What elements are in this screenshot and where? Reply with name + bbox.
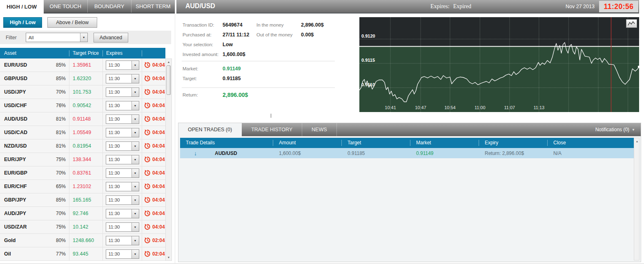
tab-boundary[interactable]: BOUNDARY <box>88 0 131 13</box>
expiry-select[interactable]: 11:30▼ <box>106 209 139 218</box>
expiry-select[interactable]: 11:30▼ <box>106 74 139 83</box>
asset-name: GBP/USD <box>0 72 48 85</box>
expiry-select[interactable]: 11:30▼ <box>106 249 139 259</box>
svg-text:10:54: 10:54 <box>444 105 456 110</box>
asset-row[interactable]: USD/JPY70%101.75311:30▼04:04 <box>0 85 165 99</box>
trades-scrollbar[interactable]: ▲ <box>634 138 640 260</box>
expiry-select[interactable]: 11:30▼ <box>106 88 139 97</box>
asset-row[interactable]: EUR/GBP70%0.8376111:30▼04:04 <box>0 166 165 180</box>
notifications-dropdown[interactable]: Notifications (0)▼ <box>595 123 635 136</box>
countdown-clock-icon <box>144 224 151 230</box>
asset-row[interactable]: AUD/JPY70%92.74611:30▼04:04 <box>0 207 165 220</box>
scroll-down-icon[interactable]: ▼ <box>166 255 171 260</box>
chevron-down-icon[interactable]: ▼ <box>80 33 87 42</box>
expiry-select-cell: 11:30▼ <box>103 126 142 139</box>
trade-amount: 1,600.00$ <box>273 150 342 156</box>
chevron-down-icon[interactable]: ▼ <box>131 142 139 150</box>
asset-row[interactable]: GBP/JPY85%165.16511:30▼04:04 <box>0 193 165 207</box>
filter-select[interactable]: All ▼ <box>26 33 88 42</box>
col-close: Close <box>548 140 634 146</box>
target-label: Target: <box>183 76 197 81</box>
expiry-select[interactable]: 11:30▼ <box>106 182 139 191</box>
asset-row[interactable]: GBP/USD85%1.6232011:30▼04:04 <box>0 72 165 85</box>
countdown-cell: 04:04 <box>142 180 165 193</box>
high-low-button[interactable]: High / Low <box>3 17 42 28</box>
asset-name: NZD/USD <box>0 139 48 153</box>
expiry-select[interactable]: 11:30▼ <box>106 195 139 205</box>
asset-payout: 81% <box>48 139 69 153</box>
trade-details-cell: ↓AUD/USD <box>180 150 273 156</box>
chevron-down-icon[interactable]: ▼ <box>131 128 139 137</box>
down-arrow-icon: ↓ <box>188 150 197 156</box>
chevron-down-icon[interactable]: ▼ <box>131 115 139 123</box>
asset-row[interactable]: USD/ZAR75%10.14211:30▼04:04 <box>0 220 165 234</box>
chevron-down-icon[interactable]: ▼ <box>131 61 139 70</box>
open-trade-row[interactable]: ↓AUD/USD1,600.00$0.911850.91149Return: 2… <box>180 148 634 158</box>
expiry-select-value: 11:30 <box>106 63 120 67</box>
tab-news[interactable]: NEWS <box>302 123 337 136</box>
expiry-select-value: 11:30 <box>106 90 120 94</box>
asset-name: USD/CHF <box>0 99 48 112</box>
expiry-select[interactable]: 11:30▼ <box>106 155 139 164</box>
asset-list-scrollbar[interactable]: ▲ ▼ <box>165 58 172 261</box>
expiry-select-cell: 11:30▼ <box>103 85 142 99</box>
expiry-select[interactable]: 11:30▼ <box>106 168 139 178</box>
expiry-select[interactable]: 11:30▼ <box>106 101 139 110</box>
chevron-down-icon[interactable]: ▼ <box>131 169 139 177</box>
trades-tab-bar: OPEN TRADES (0)TRADE HISTORYNEWSNotifica… <box>178 123 641 136</box>
asset-row[interactable]: EUR/USD85%1.3596111:30▼04:04 <box>0 58 165 72</box>
svg-text:10:47: 10:47 <box>415 105 426 110</box>
expiry-select[interactable]: 11:30▼ <box>106 141 139 151</box>
asset-row[interactable]: EUR/CHF65%1.2310211:30▼04:04 <box>0 180 165 193</box>
chevron-down-icon[interactable]: ▼ <box>131 236 139 245</box>
chevron-down-icon[interactable]: ▼ <box>131 74 139 83</box>
advanced-button[interactable]: Advanced <box>94 33 129 43</box>
asset-row[interactable]: NZD/USD81%0.8195411:30▼04:04 <box>0 139 165 153</box>
tab-open-trades-0[interactable]: OPEN TRADES (0) <box>178 123 242 136</box>
above-below-button[interactable]: Above / Below <box>47 17 97 28</box>
asset-row[interactable]: Gold80%1248.66011:30▼02:04 <box>0 234 165 247</box>
tab-one-touch[interactable]: ONE TOUCH <box>44 0 87 13</box>
asset-row[interactable]: Oil77%93.44511:30▼02:04 <box>0 247 165 261</box>
countdown-timer: 02:04 <box>152 238 165 243</box>
svg-text:11:13: 11:13 <box>533 105 544 110</box>
scroll-up-icon[interactable]: ▲ <box>635 139 640 144</box>
chevron-down-icon[interactable]: ▼ <box>131 209 139 218</box>
asset-row[interactable]: EUR/JPY75%138.34411:30▼04:04 <box>0 153 165 166</box>
asset-target-price: 93.445 <box>69 247 103 260</box>
chevron-down-icon[interactable]: ▼ <box>131 250 139 258</box>
svg-text:11:00: 11:00 <box>475 105 486 110</box>
expiry-select[interactable]: 11:30▼ <box>106 114 139 124</box>
expiry-select-value: 11:30 <box>106 238 120 243</box>
expiry-select-cell: 11:30▼ <box>103 153 142 166</box>
chevron-down-icon[interactable]: ▼ <box>131 223 139 231</box>
col-market: Market <box>410 140 479 146</box>
chevron-down-icon[interactable]: ▼ <box>131 182 139 191</box>
chevron-down-icon[interactable]: ▼ <box>131 155 139 164</box>
countdown-timer: 04:04 <box>152 170 165 176</box>
chevron-down-icon[interactable]: ▼ <box>131 88 139 96</box>
asset-scrollbar-thumb[interactable] <box>167 65 171 95</box>
selection-label: Your selection: <box>183 42 213 47</box>
tab-short-term[interactable]: SHORT TERM <box>131 0 175 13</box>
asset-row[interactable]: AUD/USD81%0.9114811:30▼04:04 <box>0 112 165 126</box>
details-resize-handle[interactable] <box>270 114 272 118</box>
tab-trade-history[interactable]: TRADE HISTORY <box>242 123 302 136</box>
expiry-select[interactable]: 11:30▼ <box>106 61 139 70</box>
expiry-select-cell: 11:30▼ <box>103 58 142 72</box>
selection-value: Low <box>223 42 233 47</box>
countdown-cell: 04:04 <box>142 220 165 233</box>
asset-payout: 70% <box>48 85 69 99</box>
expiry-select[interactable]: 11:30▼ <box>106 236 139 245</box>
col-expiry: Expiry <box>479 140 548 146</box>
tab-high-low[interactable]: HIGH / LOW <box>0 0 44 13</box>
expiry-select[interactable]: 11:30▼ <box>106 222 139 232</box>
asset-row[interactable]: USD/CHF76%0.9054211:30▼04:04 <box>0 99 165 112</box>
chevron-down-icon[interactable]: ▼ <box>131 196 139 204</box>
chevron-down-icon[interactable]: ▼ <box>131 101 139 110</box>
chart-type-button[interactable] <box>626 19 637 28</box>
asset-row[interactable]: USD/CAD81%1.0554911:30▼04:04 <box>0 126 165 139</box>
expiry-select[interactable]: 11:30▼ <box>106 128 139 137</box>
transaction-id-value: 5649674 <box>223 22 243 28</box>
scroll-up-icon[interactable]: ▲ <box>166 60 171 64</box>
